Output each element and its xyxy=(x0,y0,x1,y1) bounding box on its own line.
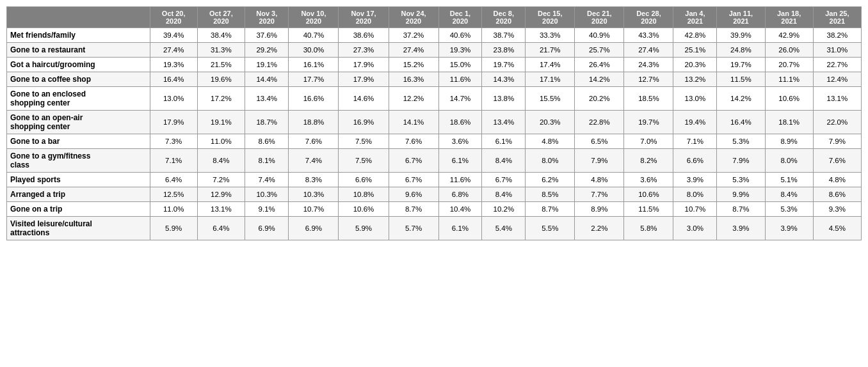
cell-r4-c5: 12.2% xyxy=(389,87,438,111)
table-row: Visited leisure/culturalattractions5.9%6… xyxy=(7,217,862,240)
cell-r10-c10: 11.5% xyxy=(624,202,673,217)
cell-r2-c2: 19.1% xyxy=(245,58,288,72)
row-label: Gone on a trip xyxy=(7,202,150,217)
table-row: Got a haircut/grooming19.3%21.5%19.1%16.… xyxy=(7,58,862,72)
header-col-3: Nov 3,2020 xyxy=(245,7,288,28)
cell-r5-c13: 18.1% xyxy=(765,111,813,134)
cell-r6-c6: 3.6% xyxy=(438,134,482,149)
cell-r9-c4: 10.8% xyxy=(339,187,389,202)
cell-r11-c3: 6.9% xyxy=(289,217,339,240)
cell-r4-c1: 17.2% xyxy=(197,87,245,111)
cell-r1-c13: 26.0% xyxy=(765,43,813,58)
cell-r4-c13: 10.6% xyxy=(765,87,813,111)
cell-r2-c0: 19.3% xyxy=(150,58,197,72)
cell-r3-c0: 16.4% xyxy=(150,72,197,87)
cell-r6-c8: 4.8% xyxy=(526,134,575,149)
cell-r9-c8: 8.5% xyxy=(526,187,575,202)
cell-r3-c9: 14.2% xyxy=(575,72,624,87)
cell-r6-c2: 8.6% xyxy=(245,134,288,149)
cell-r5-c12: 16.4% xyxy=(717,111,765,134)
header-col-7: Dec 1,2020 xyxy=(438,7,482,28)
cell-r1-c2: 29.2% xyxy=(245,43,288,58)
header-col-10: Dec 21,2020 xyxy=(575,7,624,28)
cell-r10-c0: 11.0% xyxy=(150,202,197,217)
cell-r3-c2: 14.4% xyxy=(245,72,288,87)
cell-r7-c3: 7.4% xyxy=(289,149,339,173)
cell-r10-c11: 10.7% xyxy=(673,202,717,217)
cell-r11-c2: 6.9% xyxy=(245,217,288,240)
cell-r9-c10: 10.6% xyxy=(624,187,673,202)
cell-r7-c6: 6.1% xyxy=(438,149,482,173)
cell-r0-c7: 38.7% xyxy=(482,28,526,43)
cell-r1-c5: 27.4% xyxy=(389,43,438,58)
cell-r6-c3: 7.6% xyxy=(289,134,339,149)
cell-r2-c11: 20.3% xyxy=(673,58,717,72)
cell-r9-c14: 8.6% xyxy=(813,187,861,202)
cell-r0-c10: 43.3% xyxy=(624,28,673,43)
cell-r10-c12: 8.7% xyxy=(717,202,765,217)
table-row: Gone to a restaurant27.4%31.3%29.2%30.0%… xyxy=(7,43,862,58)
cell-r3-c14: 12.4% xyxy=(813,72,861,87)
cell-r4-c8: 15.5% xyxy=(526,87,575,111)
cell-r3-c8: 17.1% xyxy=(526,72,575,87)
cell-r2-c6: 15.0% xyxy=(438,58,482,72)
cell-r0-c9: 40.9% xyxy=(575,28,624,43)
cell-r4-c14: 13.1% xyxy=(813,87,861,111)
row-label: Gone to a restaurant xyxy=(7,43,150,58)
cell-r0-c2: 37.6% xyxy=(245,28,288,43)
cell-r5-c1: 19.1% xyxy=(197,111,245,134)
cell-r7-c8: 8.0% xyxy=(526,149,575,173)
row-label: Gone to an enclosedshopping center xyxy=(7,87,150,111)
cell-r3-c10: 12.7% xyxy=(624,72,673,87)
cell-r4-c10: 18.5% xyxy=(624,87,673,111)
cell-r3-c3: 17.7% xyxy=(289,72,339,87)
cell-r5-c7: 13.4% xyxy=(482,111,526,134)
header-row-label xyxy=(7,7,150,28)
cell-r3-c7: 14.3% xyxy=(482,72,526,87)
cell-r5-c6: 18.6% xyxy=(438,111,482,134)
cell-r0-c3: 40.7% xyxy=(289,28,339,43)
cell-r7-c7: 8.4% xyxy=(482,149,526,173)
cell-r8-c13: 5.1% xyxy=(765,173,813,187)
cell-r5-c3: 18.8% xyxy=(289,111,339,134)
header-col-15: Jan 25,2021 xyxy=(813,7,861,28)
cell-r10-c2: 9.1% xyxy=(245,202,288,217)
cell-r1-c3: 30.0% xyxy=(289,43,339,58)
header-col-1: Oct 20,2020 xyxy=(150,7,197,28)
cell-r9-c13: 8.4% xyxy=(765,187,813,202)
cell-r0-c11: 42.8% xyxy=(673,28,717,43)
cell-r9-c0: 12.5% xyxy=(150,187,197,202)
cell-r7-c1: 8.4% xyxy=(197,149,245,173)
cell-r8-c14: 4.8% xyxy=(813,173,861,187)
cell-r11-c9: 2.2% xyxy=(575,217,624,240)
cell-r4-c3: 16.6% xyxy=(289,87,339,111)
table-row: Arranged a trip12.5%12.9%10.3%10.3%10.8%… xyxy=(7,187,862,202)
cell-r11-c14: 4.5% xyxy=(813,217,861,240)
cell-r1-c11: 25.1% xyxy=(673,43,717,58)
cell-r8-c0: 6.4% xyxy=(150,173,197,187)
table-row: Gone to a coffee shop16.4%19.6%14.4%17.7… xyxy=(7,72,862,87)
cell-r4-c9: 20.2% xyxy=(575,87,624,111)
cell-r6-c11: 7.1% xyxy=(673,134,717,149)
cell-r4-c2: 13.4% xyxy=(245,87,288,111)
cell-r11-c8: 5.5% xyxy=(526,217,575,240)
cell-r9-c1: 12.9% xyxy=(197,187,245,202)
cell-r7-c14: 7.6% xyxy=(813,149,861,173)
cell-r6-c12: 5.3% xyxy=(717,134,765,149)
header-col-9: Dec 15,2020 xyxy=(526,7,575,28)
cell-r8-c8: 6.2% xyxy=(526,173,575,187)
cell-r6-c0: 7.3% xyxy=(150,134,197,149)
cell-r8-c2: 7.4% xyxy=(245,173,288,187)
cell-r1-c6: 19.3% xyxy=(438,43,482,58)
cell-r7-c5: 6.7% xyxy=(389,149,438,173)
cell-r9-c6: 6.8% xyxy=(438,187,482,202)
table-row: Gone to a bar7.3%11.0%8.6%7.6%7.5%7.6%3.… xyxy=(7,134,862,149)
cell-r4-c6: 14.7% xyxy=(438,87,482,111)
header-col-2: Oct 27,2020 xyxy=(197,7,245,28)
cell-r5-c11: 19.4% xyxy=(673,111,717,134)
cell-r9-c9: 7.7% xyxy=(575,187,624,202)
cell-r7-c10: 8.2% xyxy=(624,149,673,173)
table-row: Gone to an enclosedshopping center13.0%1… xyxy=(7,87,862,111)
cell-r0-c12: 39.9% xyxy=(717,28,765,43)
cell-r2-c7: 19.7% xyxy=(482,58,526,72)
